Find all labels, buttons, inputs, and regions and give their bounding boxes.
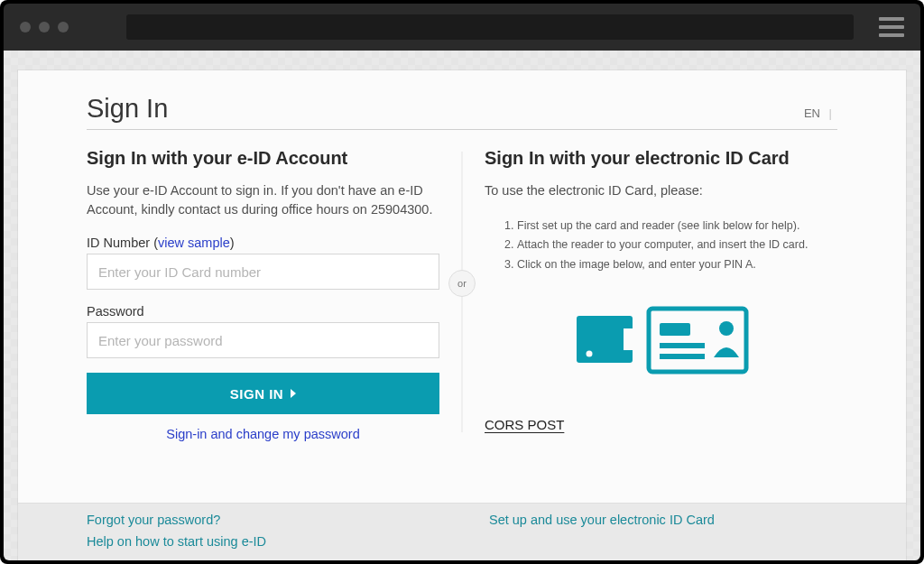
password-input[interactable]: [87, 322, 439, 358]
browser-chrome: [4, 4, 920, 51]
card-reader-image[interactable]: [562, 298, 761, 388]
title-row: Sign In EN |: [87, 94, 837, 130]
cors-post-link[interactable]: CORS POST: [485, 417, 564, 432]
id-label-prefix: ID Number (: [87, 236, 158, 250]
eid-account-heading: Sign In with your e-ID Account: [87, 148, 439, 169]
eid-card-steps: First set up the card and reader (see li…: [485, 217, 837, 274]
eid-step: First set up the card and reader (see li…: [517, 217, 837, 236]
card-reader-icon: [571, 301, 752, 384]
password-label: Password: [87, 304, 439, 319]
eid-card-lead: To use the electronic ID Card, please:: [485, 181, 837, 200]
eid-step: Attach the reader to your computer, and …: [517, 236, 837, 254]
language-switcher[interactable]: EN |: [804, 106, 837, 120]
browser-frame: Sign In EN | or Sign In with your e-ID A…: [0, 0, 924, 564]
or-badge: or: [448, 270, 476, 297]
card-footer: Forgot your password? Help on how to sta…: [18, 503, 906, 560]
eid-card-heading: Sign In with your electronic ID Card: [485, 148, 837, 169]
footer-right: Set up and use your electronic ID Card: [489, 513, 837, 560]
eid-step: Click on the image below, and enter your…: [517, 255, 837, 274]
id-number-input[interactable]: [87, 254, 439, 290]
eid-card-panel: Sign In with your electronic ID Card To …: [485, 148, 837, 441]
window-controls: [20, 22, 69, 32]
change-password-link[interactable]: Sign-in and change my password: [87, 427, 439, 441]
window-minimize-icon[interactable]: [39, 22, 50, 32]
forgot-password-link[interactable]: Forgot your password?: [87, 513, 435, 527]
eid-account-lead: Use your e-ID Account to sign in. If you…: [87, 181, 439, 219]
footer-left: Forgot your password? Help on how to sta…: [87, 513, 435, 560]
eid-account-panel: Sign In with your e-ID Account Use your …: [87, 148, 439, 441]
view-sample-link[interactable]: view sample: [158, 236, 230, 250]
signin-button[interactable]: SIGN IN: [87, 373, 439, 414]
id-number-label: ID Number (view sample): [87, 236, 439, 250]
svg-rect-3: [649, 309, 746, 372]
svg-point-2: [586, 350, 592, 356]
setup-eid-card-link[interactable]: Set up and use your electronic ID Card: [489, 513, 837, 527]
window-close-icon[interactable]: [20, 22, 31, 32]
signin-button-label: SIGN IN: [230, 386, 283, 402]
svg-rect-4: [660, 323, 690, 336]
page-viewport: Sign In EN | or Sign In with your e-ID A…: [4, 51, 920, 560]
address-bar[interactable]: [126, 14, 854, 40]
window-maximize-icon[interactable]: [58, 22, 69, 32]
page-title: Sign In: [87, 94, 168, 124]
language-separator: |: [829, 106, 832, 120]
svg-rect-1: [624, 328, 640, 350]
id-label-suffix: ): [230, 236, 235, 250]
signin-columns: or Sign In with your e-ID Account Use yo…: [87, 148, 837, 441]
help-start-eid-link[interactable]: Help on how to start using e-ID: [87, 534, 435, 549]
hamburger-menu-icon[interactable]: [879, 17, 904, 37]
signin-card: Sign In EN | or Sign In with your e-ID A…: [18, 70, 906, 560]
svg-rect-5: [660, 343, 705, 348]
language-current: EN: [804, 106, 820, 120]
svg-point-7: [719, 321, 734, 336]
svg-rect-6: [660, 354, 705, 359]
play-triangle-icon: [291, 389, 296, 398]
